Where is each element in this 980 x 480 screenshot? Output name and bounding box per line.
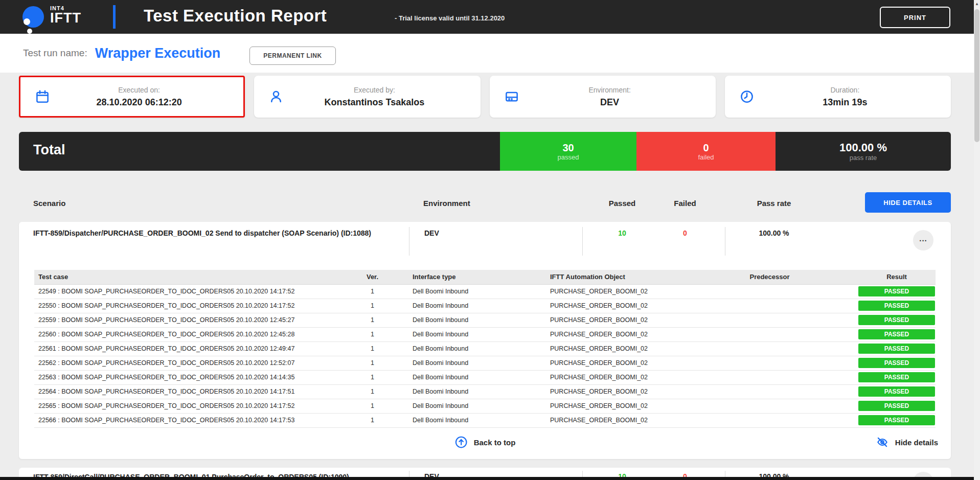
user-icon xyxy=(268,89,284,104)
testcase-table-body: 22549 : BOOMI SOAP_PURCHASEORDER_TO_IDOC… xyxy=(34,284,936,427)
testcase-name: 22561 : BOOMI SOAP_PURCHASEORDER_TO_IDOC… xyxy=(34,341,358,356)
testcase-version: 1 xyxy=(358,384,387,399)
testcase-name: 22563 : BOOMI SOAP_PURCHASEORDER_TO_IDOC… xyxy=(34,370,358,384)
scenario-actions-button[interactable]: ... xyxy=(913,230,933,250)
testcase-automation-object: PURCHASE_ORDER_BOOMI_02 xyxy=(538,370,681,384)
testcase-automation-object: PURCHASE_ORDER_BOOMI_02 xyxy=(538,399,681,413)
arrow-up-circle-icon xyxy=(454,436,468,449)
bottom-edge-strip xyxy=(0,477,974,480)
testcase-interface-type: Dell Boomi Inbound xyxy=(387,413,538,427)
testcase-automation-object: PURCHASE_ORDER_BOOMI_02 xyxy=(538,284,681,299)
testcase-predecessor xyxy=(681,370,858,384)
hide-details-button[interactable]: HIDE DETAILS xyxy=(865,192,951,213)
table-row[interactable]: 22563 : BOOMI SOAP_PURCHASEORDER_TO_IDOC… xyxy=(34,370,936,384)
testcase-interface-type: Dell Boomi Inbound xyxy=(387,299,538,313)
testcase-predecessor xyxy=(681,299,858,313)
hide-details-link[interactable]: Hide details xyxy=(876,436,938,449)
testcase-name: 22564 : BOOMI SOAP_PURCHASEORDER_TO_IDOC… xyxy=(34,384,358,399)
result-badge: PASSED xyxy=(858,315,935,325)
th-interface-type: Interface type xyxy=(387,270,538,284)
testcase-version: 1 xyxy=(358,341,387,356)
testcase-predecessor xyxy=(681,399,858,413)
column-divider xyxy=(725,227,725,256)
card-duration[interactable]: Duration: 13min 19s xyxy=(725,76,951,118)
table-row[interactable]: 22564 : BOOMI SOAP_PURCHASEORDER_TO_IDOC… xyxy=(34,384,936,399)
eye-slash-icon xyxy=(876,436,889,449)
result-badge: PASSED xyxy=(858,286,935,296)
table-row[interactable]: 22550 : BOOMI SOAP_PURCHASEORDER_TO_IDOC… xyxy=(34,299,936,313)
testcase-interface-type: Dell Boomi Inbound xyxy=(387,356,538,370)
total-summary-bar: Total 30 passed 0 failed 100.00 % pass r… xyxy=(19,132,951,171)
column-header-passed: Passed xyxy=(597,199,648,208)
testcase-interface-type: Dell Boomi Inbound xyxy=(387,284,538,299)
testcase-name: 22560 : BOOMI SOAP_PURCHASEORDER_TO_IDOC… xyxy=(34,327,358,341)
permanent-link-button[interactable]: PERMANENT LINK xyxy=(249,47,335,65)
scrollbar-up-arrow[interactable]: ▲ xyxy=(974,1,980,7)
test-run-name: Wrapper Execution xyxy=(95,45,221,61)
testcase-automation-object: PURCHASE_ORDER_BOOMI_02 xyxy=(538,313,681,327)
panel-footer: Back to top Hide details xyxy=(19,432,951,455)
total-pass-rate-segment: 100.00 % pass rate xyxy=(776,132,951,171)
scenario-panel: IFTT-859/Dispatcher/PURCHASE_ORDER_BOOMI… xyxy=(19,222,951,459)
vertical-scrollbar[interactable]: ▲ xyxy=(974,0,980,480)
table-row[interactable]: 22561 : BOOMI SOAP_PURCHASEORDER_TO_IDOC… xyxy=(34,341,936,356)
scenario-row: IFTT-859/Dispatcher/PURCHASE_ORDER_BOOMI… xyxy=(19,222,951,261)
logo-small-dot-icon xyxy=(27,29,32,34)
scenario-failed-count: 0 xyxy=(659,229,711,237)
testcase-version: 1 xyxy=(358,299,387,313)
testcase-version: 1 xyxy=(358,327,387,341)
testcase-name: 22550 : BOOMI SOAP_PURCHASEORDER_TO_IDOC… xyxy=(34,299,358,313)
hide-details-label: Hide details xyxy=(895,438,938,447)
result-badge: PASSED xyxy=(858,301,935,311)
table-row[interactable]: 22559 : BOOMI SOAP_PURCHASEORDER_TO_IDOC… xyxy=(34,313,936,327)
print-button[interactable]: PRINT xyxy=(880,7,950,28)
back-to-top-button[interactable]: Back to top xyxy=(454,436,516,449)
result-badge: PASSED xyxy=(858,415,935,425)
total-passed-segment: 30 passed xyxy=(500,132,636,171)
int4-iftt-logo[interactable]: INT4 IFTT xyxy=(22,5,115,31)
scenario-list-header: Scenario Environment Passed Failed Pass … xyxy=(19,192,951,213)
testcase-name: 22559 : BOOMI SOAP_PURCHASEORDER_TO_IDOC… xyxy=(34,313,358,327)
testcase-automation-object: PURCHASE_ORDER_BOOMI_02 xyxy=(538,327,681,341)
testcase-interface-type: Dell Boomi Inbound xyxy=(387,327,538,341)
testcase-interface-type: Dell Boomi Inbound xyxy=(387,341,538,356)
testcase-interface-type: Dell Boomi Inbound xyxy=(387,370,538,384)
table-row[interactable]: 22562 : BOOMI SOAP_PURCHASEORDER_TO_IDOC… xyxy=(34,356,936,370)
table-row[interactable]: 22560 : BOOMI SOAP_PURCHASEORDER_TO_IDOC… xyxy=(34,327,936,341)
column-header-pass-rate: Pass rate xyxy=(743,199,805,208)
logo-main-text: IFTT xyxy=(50,11,81,25)
header-separator xyxy=(113,5,116,29)
column-divider xyxy=(582,227,583,256)
testcase-version: 1 xyxy=(358,313,387,327)
testcase-version: 1 xyxy=(358,356,387,370)
testcase-table: Test case Ver. Interface type IFTT Autom… xyxy=(34,270,936,428)
testcase-interface-type: Dell Boomi Inbound xyxy=(387,313,538,327)
card-executed-by[interactable]: Executed by: Konstantinos Tsakalos xyxy=(254,76,480,118)
result-badge: PASSED xyxy=(858,372,935,382)
table-row[interactable]: 22565 : BOOMI SOAP_PURCHASEORDER_TO_IDOC… xyxy=(34,399,936,413)
testcase-automation-object: PURCHASE_ORDER_BOOMI_02 xyxy=(538,413,681,427)
th-test-case: Test case xyxy=(34,270,358,284)
th-predecessor: Predecessor xyxy=(681,270,858,284)
total-passed-count: 30 xyxy=(562,142,574,153)
column-header-failed: Failed xyxy=(659,199,711,208)
scrollbar-thumb[interactable] xyxy=(974,9,979,142)
table-row[interactable]: 22549 : BOOMI SOAP_PURCHASEORDER_TO_IDOC… xyxy=(34,284,936,299)
card-label: Executed by: xyxy=(284,86,465,94)
testcase-predecessor xyxy=(681,327,858,341)
table-row[interactable]: 22566 : BOOMI SOAP_PURCHASEORDER_TO_IDOC… xyxy=(34,413,936,427)
card-executed-on[interactable]: Executed on: 28.10.2020 06:12:20 xyxy=(19,76,245,118)
scenario-passed-count: 10 xyxy=(597,229,648,237)
info-cards: Executed on: 28.10.2020 06:12:20 Execute… xyxy=(19,76,951,118)
testcase-name: 22562 : BOOMI SOAP_PURCHASEORDER_TO_IDOC… xyxy=(34,356,358,370)
logo-dot-icon xyxy=(24,18,30,25)
card-value: 28.10.2020 06:12:20 xyxy=(50,97,228,108)
test-execution-report-page: INT4 IFTT Test Execution Report - Trial … xyxy=(0,0,980,480)
top-bar: INT4 IFTT Test Execution Report - Trial … xyxy=(0,0,980,34)
testcase-automation-object: PURCHASE_ORDER_BOOMI_02 xyxy=(538,299,681,313)
card-environment[interactable]: Environment: DEV xyxy=(490,76,716,118)
result-badge: PASSED xyxy=(858,329,935,339)
result-badge: PASSED xyxy=(858,401,935,411)
total-pass-rate-label: pass rate xyxy=(850,154,877,162)
card-label: Duration: xyxy=(755,86,936,94)
